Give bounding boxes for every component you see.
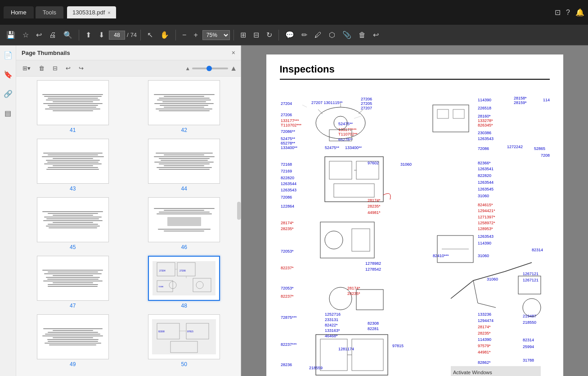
save-button[interactable]: 💾 (4, 29, 18, 41)
svg-text:1252716: 1252716 (325, 312, 341, 317)
svg-text:27206: 27206 (361, 97, 372, 101)
panel-undo-button[interactable]: ↩ (63, 63, 73, 73)
page-number-input[interactable] (109, 31, 125, 40)
svg-text:1267121: 1267121 (523, 278, 539, 282)
bookmark-sidebar-icon[interactable]: 🔖 (2, 68, 14, 81)
delete-button[interactable]: 🗑 (356, 29, 368, 41)
svg-text:82308: 82308 (368, 321, 379, 326)
page-nav: / 74 (109, 31, 137, 40)
svg-line-144 (354, 116, 361, 118)
close-tab-icon[interactable]: × (108, 10, 110, 15)
zoom-out-button[interactable]: − (180, 29, 189, 41)
thumbnail-46[interactable]: 46 (131, 197, 238, 250)
stamp-button[interactable]: ⬡ (326, 29, 338, 41)
highlight-button[interactable]: 🖊 (312, 29, 324, 41)
svg-text:65278**: 65278** (338, 137, 353, 142)
thumbnails-icon[interactable]: 📄 (2, 49, 14, 61)
thumbnail-41[interactable]: 41 (20, 80, 126, 133)
thumb-label-47: 47 (70, 303, 76, 309)
rotate-button[interactable]: ↩ (33, 29, 45, 41)
svg-text:1263543: 1263543 (478, 136, 494, 141)
fit-width-button[interactable]: ⊟ (251, 29, 262, 41)
thumbnail-44[interactable]: 44 (131, 139, 238, 192)
thumbnail-42[interactable]: 42 (131, 80, 238, 133)
undo-toolbar-button[interactable]: ↩ (370, 29, 382, 41)
svg-text:44981*: 44981* (478, 350, 491, 354)
svg-text:28160*: 28160* (478, 114, 491, 118)
separator-4 (233, 30, 234, 41)
svg-text:82314: 82314 (523, 338, 534, 342)
thumbnails-container[interactable]: 41 (16, 77, 241, 376)
panel-grid-button[interactable]: ⊞▾ (20, 63, 33, 73)
page-title: Inspections (280, 63, 550, 80)
thumbnail-43[interactable]: 43 (20, 139, 126, 192)
prev-page-button[interactable]: ⬆ (83, 29, 94, 41)
thumbnail-49[interactable]: 49 (20, 314, 126, 367)
svg-text:28174*: 28174* (368, 198, 381, 203)
slider-thumb[interactable] (206, 66, 212, 71)
svg-rect-42 (437, 109, 449, 118)
thumb-image-46 (148, 197, 220, 242)
bookmark-button[interactable]: ☆ (20, 29, 31, 41)
comment-button[interactable]: 💬 (283, 29, 297, 41)
slider-max-icon: ▲ (230, 64, 237, 72)
separator-2 (140, 30, 141, 41)
svg-text:52865: 52865 (534, 146, 545, 151)
hand-tool-button[interactable]: ✋ (157, 29, 172, 41)
cursor-tool-button[interactable]: ↖ (144, 29, 156, 41)
svg-text:114258: 114258 (543, 98, 550, 102)
svg-text:133236: 133236 (478, 312, 491, 317)
top-bar: Home Tools 1305318.pdf × ⊡ ? 🔔 (0, 0, 588, 25)
zoom-select[interactable]: 75% 50% 100% 125% 150% (202, 30, 230, 40)
svg-text:31060: 31060 (478, 254, 489, 258)
zoom-in-button[interactable]: + (191, 29, 200, 41)
panel-redo-button[interactable]: ↪ (76, 63, 86, 73)
svg-rect-73 (329, 161, 352, 179)
help-icon[interactable]: ? (566, 9, 570, 17)
svg-text:27207: 27207 (361, 106, 372, 110)
svg-text:122864: 122864 (281, 204, 294, 208)
svg-text:72086: 72086 (158, 285, 164, 288)
thumbnail-45[interactable]: 45 (20, 197, 126, 250)
svg-text:28159*: 28159* (514, 100, 527, 105)
thumb-image-42 (148, 80, 220, 125)
link-sidebar-icon[interactable]: 🔗 (2, 88, 14, 100)
tab-tools[interactable]: Tools (36, 6, 63, 18)
thumbnail-50[interactable]: 82308 97815 50 (131, 314, 238, 367)
pdf-area[interactable]: Inspections 27204 27207 1301115** 27206 … (241, 45, 588, 376)
panel-extract-button[interactable]: ⊟ (50, 63, 60, 73)
pen-button[interactable]: ✏ (299, 29, 310, 41)
parts-diagram-svg: 27204 27207 1301115** 27206 27205 27207 … (280, 87, 550, 376)
layers-sidebar-icon[interactable]: ▤ (3, 107, 13, 119)
tab-file[interactable]: 1305318.pdf × (67, 6, 116, 18)
diagram-container: 27204 27207 1301115** 27206 27205 27207 … (280, 87, 550, 376)
cloud-icon[interactable]: ⊡ (555, 8, 561, 17)
svg-text:28174*: 28174* (281, 221, 294, 225)
pdf-page-content: Inspections 27204 27207 1301115** 27206 … (266, 54, 563, 376)
tab-home[interactable]: Home (4, 6, 34, 18)
svg-text:72086: 72086 (281, 195, 292, 199)
svg-text:28235*: 28235* (368, 204, 381, 208)
panel-resize-handle[interactable] (237, 202, 241, 220)
attach-button[interactable]: 📎 (340, 29, 354, 41)
next-page-button[interactable]: ⬇ (96, 29, 107, 41)
thumbnail-47[interactable]: 47 (20, 256, 126, 309)
notifications-icon[interactable]: 🔔 (575, 8, 584, 17)
panel-delete-button[interactable]: 🗑 (36, 63, 47, 73)
page-total: 74 (130, 32, 137, 38)
svg-text:65278**: 65278** (281, 141, 296, 145)
svg-text:114390: 114390 (478, 98, 491, 102)
search-button[interactable]: 🔍 (61, 29, 75, 41)
svg-text:822820: 822820 (478, 173, 491, 178)
svg-rect-2 (193, 278, 211, 292)
svg-text:72168: 72168 (281, 162, 292, 167)
thumb-label-41: 41 (70, 127, 76, 133)
thumbnail-48[interactable]: 27204 27206 72086 48 (131, 256, 238, 309)
print-button[interactable]: 🖨 (46, 29, 59, 41)
thumbnail-slider[interactable]: ▲ ▲ (185, 64, 237, 72)
panel-close-button[interactable]: × (232, 49, 235, 56)
slider-track[interactable] (192, 68, 228, 69)
rotate-right-button[interactable]: ↻ (264, 29, 275, 41)
thumb-image-44 (148, 139, 220, 184)
fit-page-button[interactable]: ⊞ (238, 29, 249, 41)
